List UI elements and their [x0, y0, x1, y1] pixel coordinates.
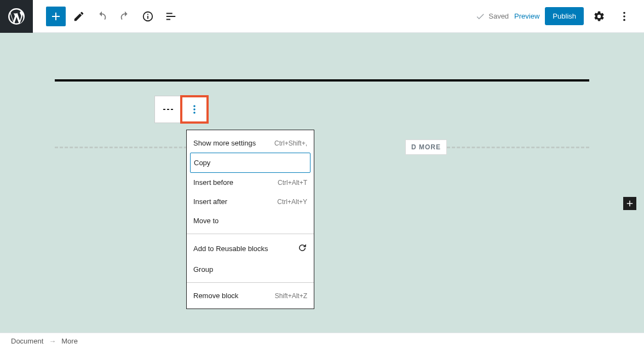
publish-button[interactable]: Publish [545, 7, 584, 25]
menu-label: Insert after [193, 197, 227, 206]
more-block-label: D MORE [405, 139, 447, 155]
info-button[interactable] [138, 7, 158, 26]
separator-block[interactable] [55, 79, 589, 82]
menu-label: Insert before [193, 178, 233, 187]
menu-item-move-to[interactable]: Move to [187, 211, 314, 230]
block-type-button[interactable] [155, 96, 181, 123]
tools-button[interactable] [69, 7, 89, 26]
svg-rect-3 [163, 109, 165, 110]
svg-point-0 [623, 11, 625, 14]
menu-item-group[interactable]: Group [187, 260, 314, 279]
undo-icon [96, 10, 108, 22]
pencil-icon [73, 10, 85, 22]
menu-label: Remove block [193, 292, 238, 300]
redo-button[interactable] [115, 7, 135, 26]
svg-point-6 [193, 105, 196, 107]
redo-icon [119, 10, 131, 22]
plus-icon [625, 199, 635, 208]
list-view-icon [165, 10, 177, 22]
svg-rect-4 [167, 109, 169, 110]
save-status: Saved [475, 11, 509, 21]
menu-shortcut: Shift+Alt+Z [275, 292, 307, 300]
preview-button[interactable]: Preview [514, 12, 539, 20]
saved-label: Saved [488, 12, 509, 20]
menu-label: Add to Reusable blocks [193, 245, 268, 253]
menu-item-reusable[interactable]: Add to Reusable blocks [187, 237, 314, 260]
block-toolbar [154, 96, 208, 123]
menu-item-copy[interactable]: Copy [190, 153, 311, 173]
editor-canvas: D MORE Show more settings Ctrl+Shift+, C… [0, 33, 644, 333]
svg-rect-5 [171, 109, 173, 110]
info-icon [142, 10, 154, 22]
check-icon [475, 11, 485, 21]
editor-top-toolbar: Saved Preview Publish [0, 0, 644, 33]
breadcrumb-document[interactable]: Document [11, 337, 43, 345]
more-block-icon [162, 103, 175, 116]
more-block-dash-left [55, 147, 197, 148]
svg-point-7 [193, 108, 196, 110]
menu-item-insert-before[interactable]: Insert before Ctrl+Alt+T [187, 173, 314, 192]
add-block-button[interactable] [46, 7, 66, 26]
insert-block-inline-button[interactable] [623, 197, 636, 210]
toolbar-right-group: Saved Preview Publish [475, 7, 644, 26]
breadcrumb-block[interactable]: More [61, 337, 78, 345]
gear-icon [593, 10, 605, 22]
svg-point-2 [623, 19, 625, 21]
outline-button[interactable] [161, 7, 181, 26]
more-block[interactable]: D MORE [55, 139, 589, 155]
menu-item-remove-block[interactable]: Remove block Shift+Alt+Z [187, 286, 314, 305]
toolbar-left-group [33, 7, 181, 26]
block-breadcrumb: Document → More [0, 333, 644, 349]
more-block-dash-right [447, 147, 589, 148]
menu-label: Copy [194, 159, 210, 167]
wordpress-icon [7, 7, 26, 26]
breadcrumb-separator: → [49, 337, 56, 345]
menu-label: Show more settings [193, 139, 256, 147]
menu-item-show-more-settings[interactable]: Show more settings Ctrl+Shift+, [187, 133, 314, 153]
more-menu-button[interactable] [614, 7, 634, 26]
block-options-button[interactable] [181, 96, 208, 123]
dots-vertical-icon [188, 103, 201, 116]
svg-point-8 [193, 112, 196, 114]
menu-shortcut: Ctrl+Alt+Y [277, 198, 307, 206]
wordpress-logo[interactable] [0, 0, 33, 33]
plus-icon [49, 10, 62, 23]
dots-vertical-icon [618, 10, 630, 22]
document-area: D MORE Show more settings Ctrl+Shift+, C… [55, 79, 589, 333]
menu-item-insert-after[interactable]: Insert after Ctrl+Alt+Y [187, 192, 314, 211]
menu-label: Move to [193, 217, 219, 225]
block-options-menu: Show more settings Ctrl+Shift+, Copy Ins… [186, 130, 314, 309]
undo-button[interactable] [92, 7, 112, 26]
menu-shortcut: Ctrl+Alt+T [278, 179, 307, 187]
settings-button[interactable] [589, 7, 609, 26]
menu-shortcut: Ctrl+Shift+, [274, 139, 307, 147]
svg-point-1 [623, 15, 625, 18]
reusable-icon [297, 243, 307, 254]
menu-label: Group [193, 265, 213, 274]
